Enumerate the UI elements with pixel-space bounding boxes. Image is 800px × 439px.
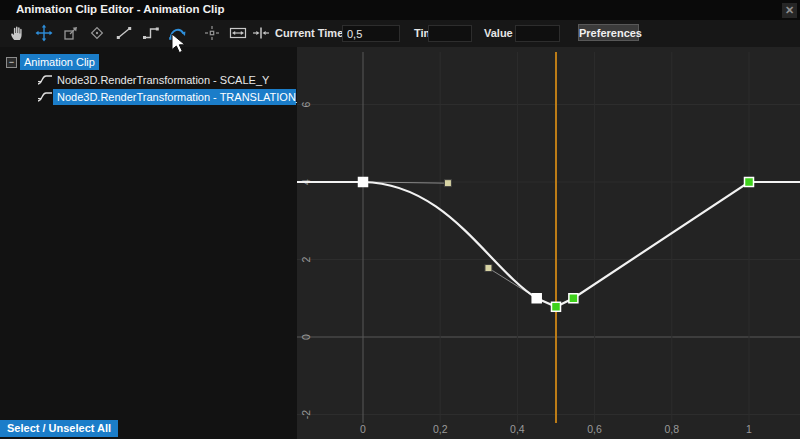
toolbar: Current Time Time Value Preferences	[0, 20, 800, 47]
tree-item-label[interactable]: Node3D.RenderTransformation - SCALE_Y	[53, 72, 273, 88]
fit-horizontal-tool-icon[interactable]	[229, 24, 247, 42]
collapse-expander-icon[interactable]: −	[6, 57, 17, 68]
tree-row-scale-y[interactable]: Node3D.RenderTransformation - SCALE_Y	[0, 72, 297, 88]
time-input[interactable]	[428, 25, 472, 42]
y-axis-tick-label: -2	[300, 410, 312, 419]
x-axis-tick-label: 0,4	[510, 423, 525, 435]
value-label: Value	[484, 27, 513, 39]
tree-item-label[interactable]: Node3D.RenderTransformation - TRANSLATIO…	[53, 89, 296, 105]
value-input[interactable]	[515, 25, 560, 42]
tree-root-label[interactable]: Animation Clip	[20, 54, 99, 70]
curve-editor-panel: 6420-200,20,40,60,81	[297, 47, 800, 439]
curve-interpolation-tool-icon[interactable]	[168, 24, 186, 42]
y-axis-tick-label: 0	[300, 334, 312, 340]
y-axis-tick-label: 2	[300, 256, 312, 262]
keyframe-point-selected[interactable]	[569, 294, 578, 303]
x-axis-tick-label: 0,2	[433, 423, 448, 435]
animation-clip-editor-window: Animation Clip Editor - Animation Clip ✕	[0, 0, 800, 439]
step-interpolation-tool-icon[interactable]	[142, 24, 160, 42]
x-axis-tick-label: 0	[360, 423, 366, 435]
animation-curve-icon	[37, 91, 53, 107]
tangent-handle-point[interactable]	[485, 265, 492, 272]
scale-tool-icon[interactable]	[62, 24, 80, 42]
keyframe-point-selected[interactable]	[745, 178, 754, 187]
current-time-label: Current Time	[275, 27, 343, 39]
y-axis-tick-label: 6	[300, 101, 312, 107]
move-tool-icon[interactable]	[35, 24, 53, 42]
animation-curve-icon	[37, 74, 53, 90]
title-bar: Animation Clip Editor - Animation Clip ✕	[0, 0, 800, 20]
track-tree-panel: − Animation Clip Node3D.RenderTransforma…	[0, 47, 297, 439]
keyframe-point-selected[interactable]	[552, 302, 561, 311]
keyframe-point[interactable]	[532, 294, 541, 303]
tangent-handle-point[interactable]	[444, 180, 451, 187]
snap-keyframe-tool-icon[interactable]	[203, 24, 221, 42]
curve-editor-canvas[interactable]: 6420-200,20,40,60,81	[297, 47, 800, 439]
compress-horizontal-tool-icon[interactable]	[252, 24, 270, 42]
tree-row-translation-y[interactable]: Node3D.RenderTransformation - TRANSLATIO…	[0, 89, 297, 105]
preferences-button[interactable]: Preferences	[578, 24, 639, 41]
x-axis-tick-label: 0,8	[664, 423, 679, 435]
close-icon[interactable]: ✕	[782, 3, 797, 18]
select-unselect-all-button[interactable]: Select / Unselect All	[0, 420, 118, 437]
x-axis-tick-label: 0,6	[587, 423, 602, 435]
x-axis-tick-label: 1	[746, 423, 752, 435]
pan-hand-tool-icon[interactable]	[8, 24, 26, 42]
window-title: Animation Clip Editor - Animation Clip	[16, 3, 224, 15]
linear-interpolation-tool-icon[interactable]	[115, 24, 133, 42]
tree-row-root[interactable]: − Animation Clip	[0, 54, 297, 70]
keyframe-point[interactable]	[359, 178, 368, 187]
animation-curve[interactable]	[297, 182, 800, 307]
current-time-input[interactable]	[342, 25, 400, 42]
keyframe-diamond-tool-icon[interactable]	[88, 24, 106, 42]
